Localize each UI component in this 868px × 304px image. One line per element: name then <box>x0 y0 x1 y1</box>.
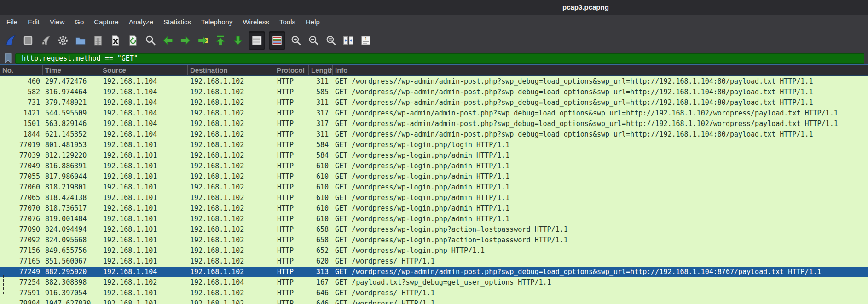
column-header-destination[interactable]: Destination <box>188 65 274 75</box>
zoom-in-icon[interactable] <box>289 33 303 48</box>
cell-destination: 192.168.1.102 <box>188 129 274 140</box>
packet-row-selected[interactable]: 77249882.295920192.168.1.104192.168.1.10… <box>0 267 868 277</box>
cell-destination: 192.168.1.102 <box>188 150 274 161</box>
cell-no: 1421 <box>0 108 43 119</box>
cell-protocol: HTTP <box>274 98 309 108</box>
packet-row[interactable]: 460297.472476192.168.1.104192.168.1.102H… <box>0 76 868 87</box>
svg-text:1: 1 <box>365 36 367 40</box>
packet-row[interactable]: 731379.748921192.168.1.104192.168.1.102H… <box>0 98 868 108</box>
display-filter-input[interactable]: http.request.method == "GET" <box>15 53 864 64</box>
go-to-packet-icon[interactable] <box>196 33 210 48</box>
packet-row[interactable]: 77049816.886391192.168.1.101192.168.1.10… <box>0 161 868 172</box>
cell-info: GET /wordpress/wp-login.php/admin HTTP/1… <box>333 150 868 161</box>
packet-row[interactable]: 77090824.094494192.168.1.101192.168.1.10… <box>0 224 868 235</box>
menu-item-telephony[interactable]: Telephony <box>197 16 237 28</box>
packet-list-header: No.TimeSourceDestinationProtocolLengthIn… <box>0 64 868 76</box>
packet-row[interactable]: 77070818.736517192.168.1.101192.168.1.10… <box>0 203 868 214</box>
find-packet-icon[interactable] <box>144 33 157 48</box>
cell-no: 77019 <box>0 140 43 150</box>
cell-time: 818.219801 <box>43 182 100 193</box>
menu-bar: FileEditViewGoCaptureAnalyzeStatisticsTe… <box>0 15 868 29</box>
packet-row[interactable]: 77065818.424138192.168.1.101192.168.1.10… <box>0 193 868 203</box>
restart-capture-icon[interactable] <box>39 33 52 48</box>
go-first-packet-icon[interactable] <box>214 33 227 48</box>
related-packet-indicator <box>3 275 4 294</box>
cell-info: GET /wordpress/wp-admin/admin-post.php?s… <box>333 119 868 129</box>
packet-row[interactable]: 77039812.129220192.168.1.101192.168.1.10… <box>0 150 868 161</box>
open-file-icon[interactable] <box>74 33 87 48</box>
cell-protocol: HTTP <box>274 214 309 224</box>
close-file-icon[interactable] <box>109 33 122 48</box>
packet-row[interactable]: 1844621.145352192.168.1.104192.168.1.102… <box>0 129 868 140</box>
menu-item-wireless[interactable]: Wireless <box>238 16 273 28</box>
cell-source: 192.168.1.101 <box>100 161 188 172</box>
cell-length: 610 <box>309 193 333 203</box>
packet-row[interactable]: 77156849.655756192.168.1.101192.168.1.10… <box>0 246 868 256</box>
column-header-length[interactable]: Length <box>309 65 333 75</box>
packet-row[interactable]: 77055817.986044192.168.1.101192.168.1.10… <box>0 172 868 182</box>
column-header-protocol[interactable]: Protocol <box>274 65 309 75</box>
packet-list[interactable]: 460297.472476192.168.1.104192.168.1.102H… <box>0 76 868 304</box>
packet-row[interactable]: 77092824.095668192.168.1.101192.168.1.10… <box>0 235 868 246</box>
zoom-out-icon[interactable] <box>307 33 320 48</box>
save-file-icon[interactable] <box>91 33 105 48</box>
packet-row[interactable]: 1501563.829146192.168.1.104192.168.1.102… <box>0 119 868 129</box>
cell-time: 544.595509 <box>43 108 100 119</box>
resize-columns-content-icon[interactable]: 1 <box>359 33 373 48</box>
filter-bookmark-button[interactable] <box>2 53 13 64</box>
cell-source: 192.168.1.104 <box>100 108 188 119</box>
menu-item-help[interactable]: Help <box>301 16 324 28</box>
cell-time: 816.886391 <box>43 161 100 172</box>
column-header-source[interactable]: Source <box>100 65 188 75</box>
auto-scroll-toggle-icon[interactable] <box>249 31 265 50</box>
cell-length: 610 <box>309 214 333 224</box>
packet-row[interactable]: 1421544.595509192.168.1.104192.168.1.102… <box>0 108 868 119</box>
packet-row[interactable]: 77165851.560067192.168.1.101192.168.1.10… <box>0 256 868 267</box>
cell-info: GET /wordpress/wp-login.php/login HTTP/1… <box>333 140 868 150</box>
menu-item-analyze[interactable]: Analyze <box>125 16 157 28</box>
cell-destination: 192.168.1.102 <box>188 267 274 277</box>
menu-item-capture[interactable]: Capture <box>90 16 122 28</box>
menu-item-edit[interactable]: Edit <box>23 16 44 28</box>
cell-info: GET /wordpress/wp-login.php HTTP/1.1 <box>333 246 868 256</box>
stop-capture-icon[interactable] <box>21 33 35 48</box>
packet-row[interactable]: 77019801.481953192.168.1.101192.168.1.10… <box>0 140 868 150</box>
cell-protocol: HTTP <box>274 108 309 119</box>
cell-no: 77591 <box>0 288 43 298</box>
cell-source: 192.168.1.104 <box>100 87 188 98</box>
capture-options-icon[interactable] <box>56 33 70 48</box>
packet-row[interactable]: 798941047.627830192.168.1.101192.168.1.1… <box>0 298 868 304</box>
cell-destination: 192.168.1.102 <box>188 161 274 172</box>
menu-item-tools[interactable]: Tools <box>275 16 300 28</box>
go-back-icon[interactable] <box>161 33 175 48</box>
cell-source: 192.168.1.104 <box>100 76 188 87</box>
cell-length: 167 <box>309 277 333 288</box>
menu-item-statistics[interactable]: Statistics <box>159 16 195 28</box>
cell-protocol: HTTP <box>274 267 309 277</box>
cell-destination: 192.168.1.102 <box>188 235 274 246</box>
cell-no: 79894 <box>0 298 43 304</box>
menu-item-file[interactable]: File <box>2 16 22 28</box>
go-last-packet-icon[interactable] <box>231 33 245 48</box>
cell-time: 824.094494 <box>43 224 100 235</box>
resize-columns-icon[interactable] <box>341 33 355 48</box>
cell-time: 882.308398 <box>43 277 100 288</box>
packet-row[interactable]: 77254882.308398192.168.1.102192.168.1.10… <box>0 277 868 288</box>
column-header-time[interactable]: Time <box>43 65 100 75</box>
packet-row[interactable]: 582316.974464192.168.1.104192.168.1.102H… <box>0 87 868 98</box>
colorize-toggle-icon[interactable] <box>269 31 285 50</box>
reload-file-icon[interactable] <box>126 33 140 48</box>
cell-protocol: HTTP <box>274 76 309 87</box>
packet-row[interactable]: 77060818.219801192.168.1.101192.168.1.10… <box>0 182 868 193</box>
menu-item-view[interactable]: View <box>46 16 69 28</box>
go-forward-icon[interactable] <box>179 33 192 48</box>
start-capture-icon[interactable] <box>4 33 17 48</box>
packet-row[interactable]: 77076819.001484192.168.1.101192.168.1.10… <box>0 214 868 224</box>
zoom-reset-icon[interactable] <box>324 33 338 48</box>
column-header-info[interactable]: Info <box>333 65 868 75</box>
cell-protocol: HTTP <box>274 224 309 235</box>
packet-row[interactable]: 77591916.397054192.168.1.101192.168.1.10… <box>0 288 868 298</box>
column-header-no[interactable]: No. <box>0 65 43 75</box>
cell-length: 610 <box>309 203 333 214</box>
menu-item-go[interactable]: Go <box>70 16 88 28</box>
